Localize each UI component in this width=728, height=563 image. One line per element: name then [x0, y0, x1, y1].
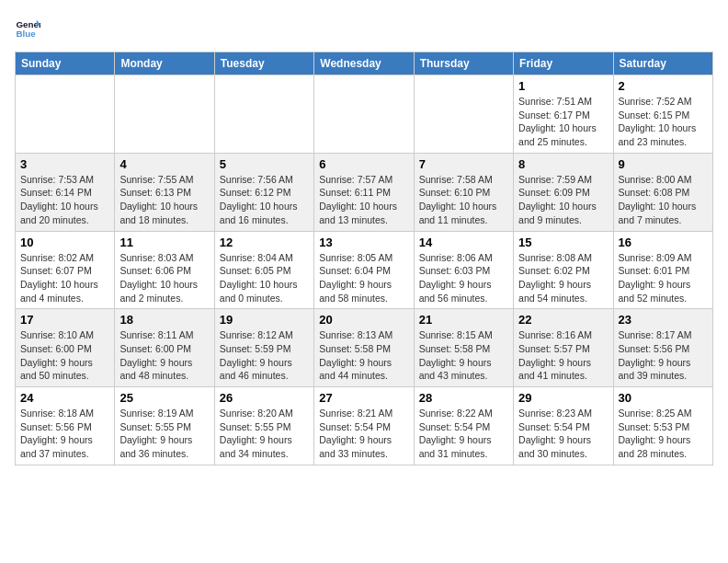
calendar-day-cell: 5Sunrise: 7:56 AM Sunset: 6:12 PM Daylig…: [214, 153, 313, 231]
day-number: 5: [220, 157, 309, 171]
calendar-day-cell: 24Sunrise: 8:18 AM Sunset: 5:56 PM Dayli…: [16, 387, 115, 465]
weekday-header-cell: Sunday: [16, 52, 115, 75]
calendar-day-cell: 22Sunrise: 8:16 AM Sunset: 5:57 PM Dayli…: [514, 309, 613, 387]
day-info: Sunrise: 8:04 AM Sunset: 6:05 PM Dayligh…: [220, 251, 309, 305]
weekday-header-cell: Thursday: [414, 52, 513, 75]
day-info: Sunrise: 8:02 AM Sunset: 6:07 PM Dayligh…: [20, 251, 109, 305]
day-info: Sunrise: 8:25 AM Sunset: 5:53 PM Dayligh…: [619, 407, 708, 461]
day-info: Sunrise: 8:16 AM Sunset: 5:57 PM Dayligh…: [518, 328, 608, 383]
day-number: 24: [20, 391, 109, 405]
calendar-week-row: 1Sunrise: 7:51 AM Sunset: 6:17 PM Daylig…: [16, 75, 713, 154]
day-number: 27: [319, 391, 408, 405]
day-info: Sunrise: 8:11 AM Sunset: 6:00 PM Dayligh…: [119, 328, 209, 383]
calendar-table: SundayMondayTuesdayWednesdayThursdayFrid…: [15, 52, 713, 465]
day-info: Sunrise: 8:06 AM Sunset: 6:03 PM Dayligh…: [419, 251, 508, 305]
day-number: 11: [119, 236, 209, 249]
calendar-day-cell: [314, 75, 414, 154]
day-number: 9: [619, 157, 708, 171]
day-info: Sunrise: 7:58 AM Sunset: 6:10 PM Dayligh…: [419, 173, 508, 227]
svg-text:Blue: Blue: [16, 29, 36, 39]
calendar-day-cell: 2Sunrise: 7:52 AM Sunset: 6:15 PM Daylig…: [613, 75, 712, 154]
calendar-week-row: 17Sunrise: 8:10 AM Sunset: 6:00 PM Dayli…: [16, 309, 713, 387]
day-number: 22: [518, 313, 608, 327]
day-info: Sunrise: 8:12 AM Sunset: 5:59 PM Dayligh…: [220, 328, 309, 383]
calendar-day-cell: 9Sunrise: 8:00 AM Sunset: 6:08 PM Daylig…: [613, 153, 712, 231]
calendar-day-cell: 4Sunrise: 7:55 AM Sunset: 6:13 PM Daylig…: [115, 153, 214, 231]
day-number: 21: [419, 313, 508, 327]
calendar-day-cell: 16Sunrise: 8:09 AM Sunset: 6:01 PM Dayli…: [613, 231, 712, 309]
calendar-day-cell: 8Sunrise: 7:59 AM Sunset: 6:09 PM Daylig…: [514, 153, 613, 231]
weekday-header-cell: Saturday: [613, 52, 712, 75]
day-number: 18: [119, 313, 209, 327]
calendar-day-cell: 12Sunrise: 8:04 AM Sunset: 6:05 PM Dayli…: [214, 231, 313, 309]
calendar-day-cell: 10Sunrise: 8:02 AM Sunset: 6:07 PM Dayli…: [16, 231, 115, 309]
day-info: Sunrise: 7:51 AM Sunset: 6:17 PM Dayligh…: [518, 95, 608, 149]
day-info: Sunrise: 8:19 AM Sunset: 5:55 PM Dayligh…: [119, 407, 209, 461]
calendar-week-row: 3Sunrise: 7:53 AM Sunset: 6:14 PM Daylig…: [16, 153, 713, 231]
day-info: Sunrise: 8:23 AM Sunset: 5:54 PM Dayligh…: [518, 407, 608, 461]
day-info: Sunrise: 8:17 AM Sunset: 5:56 PM Dayligh…: [619, 328, 708, 383]
calendar-week-row: 10Sunrise: 8:02 AM Sunset: 6:07 PM Dayli…: [16, 231, 713, 309]
day-number: 19: [220, 313, 309, 327]
day-info: Sunrise: 8:13 AM Sunset: 5:58 PM Dayligh…: [319, 328, 408, 383]
calendar-day-cell: 27Sunrise: 8:21 AM Sunset: 5:54 PM Dayli…: [314, 387, 414, 465]
day-number: 25: [119, 391, 209, 405]
day-info: Sunrise: 7:56 AM Sunset: 6:12 PM Dayligh…: [220, 173, 309, 227]
day-info: Sunrise: 8:05 AM Sunset: 6:04 PM Dayligh…: [319, 251, 408, 305]
calendar-day-cell: [214, 75, 313, 154]
calendar-day-cell: 15Sunrise: 8:08 AM Sunset: 6:02 PM Dayli…: [514, 231, 613, 309]
day-number: 1: [518, 79, 608, 93]
calendar-day-cell: 1Sunrise: 7:51 AM Sunset: 6:17 PM Daylig…: [514, 75, 613, 154]
calendar-day-cell: 23Sunrise: 8:17 AM Sunset: 5:56 PM Dayli…: [613, 309, 712, 387]
calendar-day-cell: 13Sunrise: 8:05 AM Sunset: 6:04 PM Dayli…: [314, 231, 414, 309]
calendar-week-row: 24Sunrise: 8:18 AM Sunset: 5:56 PM Dayli…: [16, 387, 713, 465]
day-info: Sunrise: 7:57 AM Sunset: 6:11 PM Dayligh…: [319, 173, 408, 227]
calendar-day-cell: 26Sunrise: 8:20 AM Sunset: 5:55 PM Dayli…: [214, 387, 313, 465]
day-number: 8: [518, 157, 608, 171]
day-number: 7: [419, 157, 508, 171]
day-info: Sunrise: 8:10 AM Sunset: 6:00 PM Dayligh…: [20, 328, 109, 383]
day-info: Sunrise: 7:53 AM Sunset: 6:14 PM Dayligh…: [20, 173, 109, 227]
weekday-header-cell: Friday: [514, 52, 613, 75]
calendar-day-cell: 25Sunrise: 8:19 AM Sunset: 5:55 PM Dayli…: [115, 387, 214, 465]
day-number: 28: [419, 391, 508, 405]
calendar-day-cell: 18Sunrise: 8:11 AM Sunset: 6:00 PM Dayli…: [115, 309, 214, 387]
day-number: 2: [619, 79, 708, 93]
day-info: Sunrise: 8:18 AM Sunset: 5:56 PM Dayligh…: [20, 407, 109, 461]
weekday-header-cell: Monday: [115, 52, 214, 75]
day-number: 29: [518, 391, 608, 405]
calendar-day-cell: [115, 75, 214, 154]
logo-icon: General Blue: [15, 15, 40, 40]
day-info: Sunrise: 7:52 AM Sunset: 6:15 PM Dayligh…: [619, 95, 708, 149]
day-info: Sunrise: 8:21 AM Sunset: 5:54 PM Dayligh…: [319, 407, 408, 461]
calendar-day-cell: 7Sunrise: 7:58 AM Sunset: 6:10 PM Daylig…: [414, 153, 513, 231]
day-number: 6: [319, 157, 408, 171]
day-number: 16: [619, 236, 708, 249]
calendar-day-cell: 3Sunrise: 7:53 AM Sunset: 6:14 PM Daylig…: [16, 153, 115, 231]
calendar-day-cell: 17Sunrise: 8:10 AM Sunset: 6:00 PM Dayli…: [16, 309, 115, 387]
day-info: Sunrise: 8:15 AM Sunset: 5:58 PM Dayligh…: [419, 328, 508, 383]
day-number: 23: [619, 313, 708, 327]
logo: General Blue: [15, 15, 42, 40]
day-info: Sunrise: 8:03 AM Sunset: 6:06 PM Dayligh…: [119, 251, 209, 305]
day-number: 13: [319, 236, 408, 249]
day-number: 30: [619, 391, 708, 405]
day-number: 17: [20, 313, 109, 327]
calendar-day-cell: 20Sunrise: 8:13 AM Sunset: 5:58 PM Dayli…: [314, 309, 414, 387]
day-info: Sunrise: 8:08 AM Sunset: 6:02 PM Dayligh…: [518, 251, 608, 305]
day-info: Sunrise: 8:22 AM Sunset: 5:54 PM Dayligh…: [419, 407, 508, 461]
day-number: 14: [419, 236, 508, 249]
calendar-day-cell: 29Sunrise: 8:23 AM Sunset: 5:54 PM Dayli…: [514, 387, 613, 465]
day-number: 15: [518, 236, 608, 249]
day-number: 26: [220, 391, 309, 405]
weekday-header-row: SundayMondayTuesdayWednesdayThursdayFrid…: [16, 52, 713, 75]
day-number: 10: [20, 236, 109, 249]
day-info: Sunrise: 7:55 AM Sunset: 6:13 PM Dayligh…: [119, 173, 209, 227]
calendar-day-cell: 30Sunrise: 8:25 AM Sunset: 5:53 PM Dayli…: [613, 387, 712, 465]
calendar-day-cell: 21Sunrise: 8:15 AM Sunset: 5:58 PM Dayli…: [414, 309, 513, 387]
calendar-day-cell: 6Sunrise: 7:57 AM Sunset: 6:11 PM Daylig…: [314, 153, 414, 231]
calendar-day-cell: 19Sunrise: 8:12 AM Sunset: 5:59 PM Dayli…: [214, 309, 313, 387]
calendar-day-cell: [414, 75, 513, 154]
day-info: Sunrise: 8:20 AM Sunset: 5:55 PM Dayligh…: [220, 407, 309, 461]
day-number: 20: [319, 313, 408, 327]
